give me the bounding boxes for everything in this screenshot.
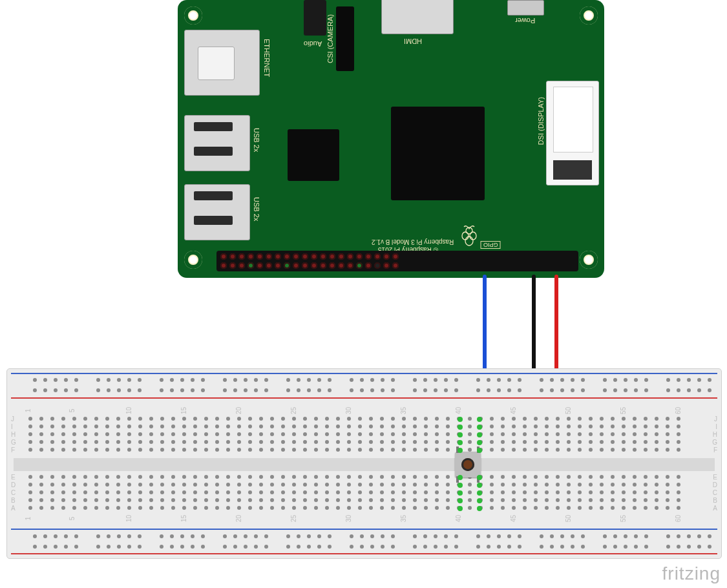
microusb-port-icon (507, 0, 544, 16)
gpio-header-icon (216, 251, 578, 271)
col-label: 60 (675, 515, 682, 522)
col-label: 1 (25, 517, 32, 521)
col-label: 40 (455, 515, 462, 522)
rail-bot-neg (11, 529, 717, 530)
hdmi-port-icon (381, 0, 454, 34)
col-label: 5 (68, 409, 76, 413)
row-label: C (713, 489, 717, 496)
row-label: J (11, 415, 14, 423)
col-label: 60 (675, 407, 682, 414)
col-label: 25 (290, 515, 297, 522)
dsi-connector-icon (546, 81, 599, 185)
button-cap-icon (461, 458, 474, 471)
usb-label: USB 2x (253, 197, 260, 221)
row-label: E (713, 474, 717, 481)
csi-label: CSI (CAMERA) (326, 14, 334, 63)
row-label: J (714, 415, 717, 423)
rail-top-pos (11, 397, 717, 399)
mounting-hole-icon (580, 251, 598, 269)
col-label: 45 (510, 407, 517, 414)
soc-chip-icon (391, 107, 485, 200)
col-label: 35 (400, 407, 407, 414)
rail-top-neg (11, 373, 717, 374)
col-label: 10 (125, 515, 132, 522)
row-label: A (11, 505, 16, 512)
col-label: 15 (180, 515, 187, 522)
row-label: G (11, 439, 16, 446)
raspberry-pi-board: ETHERNET USB 2x USB 2x Audio CSI (CAMERA… (178, 0, 604, 278)
row-label: C (11, 489, 16, 496)
svg-point-3 (465, 236, 473, 246)
col-label: 30 (345, 407, 352, 414)
row-label: B (713, 497, 717, 504)
rail-bot-pos (11, 553, 717, 554)
col-label: 40 (455, 407, 462, 414)
row-label: F (713, 446, 717, 454)
audio-label: Audio (304, 40, 322, 48)
col-label: 1 (25, 409, 32, 413)
mounting-hole-icon (580, 6, 598, 25)
row-label: G (712, 439, 717, 446)
row-label: D (713, 481, 717, 488)
dsi-label: DSI (DISPLAY) (537, 97, 545, 145)
col-label: 50 (565, 407, 572, 414)
raspberry-logo-icon (459, 224, 479, 251)
usb-label: USB 2x (253, 128, 260, 152)
row-label: H (11, 431, 16, 438)
col-label: 35 (400, 515, 407, 522)
gpio-label: GPIO (481, 241, 501, 249)
col-label: 20 (235, 407, 242, 414)
row-label: D (11, 481, 16, 488)
col-label: 45 (510, 515, 517, 522)
col-label: 20 (235, 515, 242, 522)
col-label: 55 (620, 515, 627, 522)
row-label: E (11, 474, 16, 481)
ethernet-port-icon (184, 30, 260, 96)
row-label: B (11, 497, 16, 504)
usb-port-icon (184, 115, 250, 171)
push-button (455, 452, 481, 478)
breadboard-gap (14, 458, 715, 471)
col-label: 5 (68, 517, 76, 521)
col-label: 15 (180, 407, 187, 414)
audio-jack-icon (304, 0, 326, 36)
mounting-hole-icon (184, 251, 202, 269)
col-label: 25 (290, 407, 297, 414)
board-model-label: Raspberry Pi 3 Model B v1.2 (372, 238, 454, 246)
usb-port-icon (184, 184, 250, 240)
breadboard: J I H G F E D C B A J I H G F E D C B A … (6, 368, 722, 559)
row-label: I (715, 423, 717, 430)
hdmi-label: HDMI (404, 37, 422, 45)
col-label: 50 (565, 515, 572, 522)
chip-icon (288, 129, 339, 181)
csi-connector-icon (336, 6, 354, 71)
col-label: 55 (620, 407, 627, 414)
mounting-hole-icon (184, 6, 202, 25)
col-label: 10 (125, 407, 132, 414)
row-label: A (713, 505, 717, 512)
row-label: H (713, 431, 717, 438)
ethernet-label: ETHERNET (263, 39, 271, 77)
row-label: F (11, 446, 15, 454)
fritzing-watermark: fritzing (662, 563, 721, 584)
power-label: Power (515, 17, 535, 25)
col-label: 30 (345, 515, 352, 522)
row-label: I (11, 423, 13, 430)
